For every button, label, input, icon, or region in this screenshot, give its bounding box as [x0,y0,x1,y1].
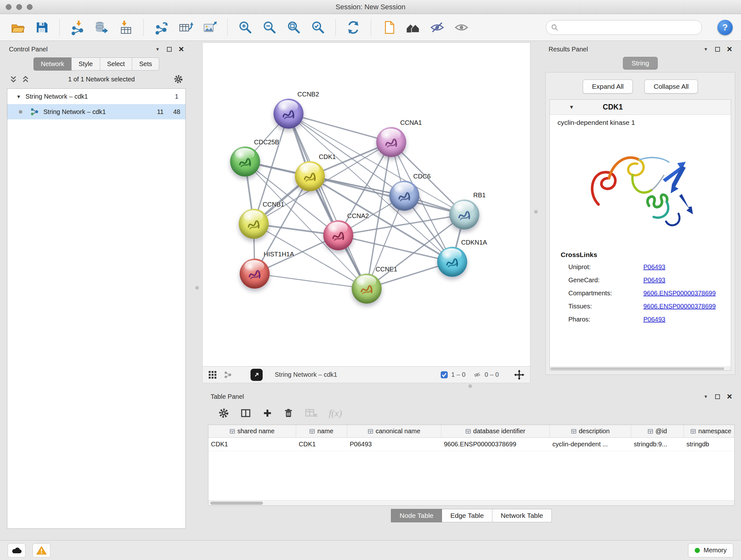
minimize-window-button[interactable] [16,4,22,10]
show-panels-button[interactable] [404,18,422,37]
tab-network-table[interactable]: Network Table [492,509,552,522]
tab-select[interactable]: Select [100,57,132,71]
column-header-namespace[interactable]: namespace [684,425,735,437]
network-node-ccna1[interactable] [376,127,406,157]
grid-view-icon[interactable] [208,371,217,379]
panel-menu-icon[interactable]: ▼ [704,47,708,52]
crosslink-genecard-link[interactable]: P06493 [643,276,665,284]
export-table-button[interactable] [176,18,195,37]
pan-crosshair-icon[interactable] [514,370,524,380]
panel-close-icon[interactable]: × [727,392,732,401]
scrollbar-thumb[interactable] [210,502,263,505]
checkbox-icon[interactable] [441,371,448,379]
horizontal-scrollbar[interactable] [550,367,731,370]
network-node-ccna2[interactable] [323,220,353,250]
column-header-shared-name[interactable]: shared name [208,425,296,437]
panel-float-icon[interactable] [715,394,720,399]
import-network-from-database-button[interactable] [92,18,111,37]
scrollbar-thumb[interactable] [550,368,724,370]
network-collection-row[interactable]: ▼ String Network – cdk1 1 [7,89,185,104]
network-node-cdk1[interactable] [295,161,325,191]
table-row[interactable]: CDK1 CDK1 P06493 9606.ENSP00000378699 cy… [208,438,734,451]
cell-namespace[interactable]: stringdb [684,438,735,451]
column-header-description[interactable]: description [550,425,631,437]
column-header-database-identifier[interactable]: database identifier [441,425,550,437]
panel-close-icon[interactable]: × [727,45,732,54]
network-node-cdc6[interactable] [389,181,419,211]
tab-sets[interactable]: Sets [132,57,159,71]
panel-menu-icon[interactable]: ▼ [155,47,160,52]
column-header-id[interactable]: @id [631,425,684,437]
show-all-button[interactable] [452,18,471,37]
tree-expand-icon[interactable]: ▼ [16,94,21,99]
expand-all-icon[interactable] [22,75,29,83]
splitter-handle[interactable] [534,210,538,213]
zoom-out-button[interactable] [260,18,279,37]
zoom-in-button[interactable] [236,18,254,37]
panel-float-icon[interactable] [715,47,720,52]
tab-node-table[interactable]: Node Table [391,509,442,522]
column-header-name[interactable]: name [296,425,347,437]
network-canvas[interactable]: CCNB2CCNA1CDC25BCDK1CDC6RB1CCNB1CCNA2CDK… [203,43,530,366]
cell-description[interactable]: cyclin-dependent ... [550,438,631,451]
network-node-hist1h1a[interactable] [240,259,270,289]
network-row[interactable]: String Network – cdk1 11 48 [7,104,185,119]
splitter-handle[interactable] [195,286,199,290]
import-table-button[interactable] [117,18,135,37]
navigator-toggle-button[interactable] [251,369,263,381]
delete-column-trash-icon[interactable] [283,408,293,419]
expand-all-button[interactable]: Expand All [583,79,633,94]
new-network-from-selection-button[interactable] [152,18,171,37]
hide-selected-button[interactable] [428,18,447,37]
show-columns-icon[interactable] [240,408,252,419]
collapse-all-button[interactable]: Collapse All [644,79,698,94]
zoom-fit-button[interactable] [284,18,303,37]
crosslink-uniprot-link[interactable]: P06493 [643,263,665,271]
memory-button[interactable]: Memory [688,543,733,557]
table-horizontal-scrollbar[interactable] [208,500,734,505]
column-header-canonical-name[interactable]: canonical name [347,425,441,437]
network-node-rb1[interactable] [449,199,479,230]
tab-network[interactable]: Network [33,57,71,71]
cell-shared-name[interactable]: CDK1 [208,438,296,451]
network-edge[interactable] [310,176,464,214]
table-settings-gear-icon[interactable] [218,408,229,419]
string-tab[interactable]: String [623,57,658,70]
crosslink-pharos-link[interactable]: P06493 [643,316,665,323]
hidden-eye-icon[interactable] [473,371,482,379]
panel-menu-icon[interactable]: ▼ [704,394,708,399]
panel-close-icon[interactable]: × [179,45,184,54]
network-edge[interactable] [288,114,367,289]
add-column-icon[interactable] [262,408,273,418]
protein-header-row[interactable]: ▼ CDK1 [550,100,731,115]
cell-database-identifier[interactable]: 9606.ENSP00000378699 [441,438,550,451]
network-node-ccne1[interactable] [352,273,382,304]
network-edge[interactable] [255,273,367,289]
tab-edge-table[interactable]: Edge Table [442,509,492,522]
tab-style[interactable]: Style [71,57,100,71]
refresh-layout-button[interactable] [344,18,362,37]
crosslink-tissues-link[interactable]: 9606.ENSP00000378699 [643,303,716,310]
network-node-ccnb1[interactable] [239,209,269,239]
network-node-ccnb2[interactable] [273,99,304,129]
import-network-button[interactable] [68,18,86,37]
duplicate-document-button[interactable] [380,18,398,37]
share-view-icon[interactable] [224,371,232,379]
zoom-selected-button[interactable] [309,18,327,37]
cell-name[interactable]: CDK1 [296,438,347,451]
export-image-button[interactable] [200,18,219,37]
cell-canonical-name[interactable]: P06493 [347,438,441,451]
panel-float-icon[interactable] [167,47,172,52]
collapse-all-icon[interactable] [10,75,17,83]
network-node-cdc25b[interactable] [230,146,260,177]
cell-id[interactable]: stringdb:9... [631,438,684,451]
open-session-button[interactable] [8,18,27,37]
gear-icon[interactable] [174,74,183,84]
collapse-section-icon[interactable]: ▼ [569,105,574,110]
cloud-button[interactable] [8,543,25,557]
help-button[interactable]: ? [718,20,733,35]
warnings-button[interactable] [32,543,51,557]
search-input[interactable] [561,23,697,31]
close-window-button[interactable] [6,4,11,10]
save-session-button[interactable] [32,18,51,37]
